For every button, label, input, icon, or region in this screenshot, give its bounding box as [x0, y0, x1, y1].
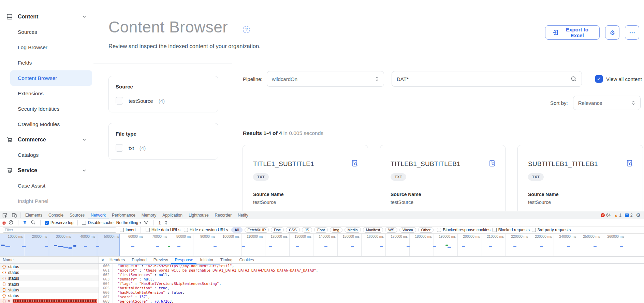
issues-badge[interactable]: 2	[625, 213, 633, 218]
detail-tab-payload[interactable]: Payload	[128, 257, 150, 264]
checkbox-unchecked-icon[interactable]	[146, 228, 150, 232]
devtools-tab-sources[interactable]: Sources	[67, 211, 88, 219]
console-errors-badge[interactable]: ✕64	[601, 213, 611, 218]
search-input[interactable]: DAT*	[392, 71, 582, 87]
checkbox-unchecked-icon[interactable]	[120, 228, 124, 232]
devtools-tab-netify[interactable]: Netify	[235, 211, 251, 219]
request-row[interactable]: {}status	[0, 287, 99, 293]
help-icon[interactable]: ?	[243, 26, 250, 33]
pipeline-select[interactable]: wildcardOn	[267, 71, 384, 87]
filter-pill-fetch-xhr[interactable]: Fetch/XHR	[245, 227, 269, 233]
close-icon[interactable]: ✕	[99, 258, 106, 263]
inspect-element-icon[interactable]	[2, 212, 8, 218]
devtools-settings-icon[interactable]: ⚙	[636, 212, 641, 218]
devtools-tab-network[interactable]: Network	[88, 211, 109, 219]
console-warnings-badge[interactable]: ▲1	[614, 213, 621, 218]
detail-tab-initiator[interactable]: Initiator	[196, 257, 217, 264]
clear-network-log-icon[interactable]	[9, 220, 14, 225]
request-row[interactable]: {}status	[0, 293, 99, 299]
filter-checkbox-blocked-requests[interactable]: Blocked requests	[493, 228, 530, 232]
filter-pill-all[interactable]: All	[231, 227, 242, 233]
checkbox-checked-icon[interactable]: ✓	[45, 221, 49, 225]
request-row[interactable]: {}status	[0, 281, 99, 287]
detail-tab-timing[interactable]: Timing	[217, 257, 236, 264]
filter-pill-img[interactable]: Img	[330, 227, 342, 233]
request-row[interactable]: {}status	[0, 264, 99, 270]
sidebar-item-case-assist[interactable]: Case Assist	[10, 178, 93, 193]
result-card[interactable]: SUBTITLEB1_TITLEB1TXTSource NametestSour…	[517, 145, 643, 211]
filter-icon[interactable]	[23, 220, 28, 225]
checkbox-unchecked-icon[interactable]	[437, 228, 441, 232]
invert-checkbox[interactable]: Invert	[120, 228, 136, 232]
sidebar-item-fields[interactable]: Fields	[10, 55, 93, 70]
view-all-content-toggle[interactable]: ✓ View all content	[595, 75, 642, 83]
disable-cache-checkbox[interactable]: Disable cache	[82, 220, 113, 225]
devtools-tab-memory[interactable]: Memory	[138, 211, 159, 219]
sidebar-item-sources[interactable]: Sources	[10, 24, 93, 40]
sidebar-item-extensions[interactable]: Extensions	[10, 86, 93, 101]
checkbox-checked-icon[interactable]: ✓	[595, 75, 603, 83]
export-har-icon[interactable]: ↧	[164, 220, 168, 225]
checkbox-unchecked-icon[interactable]	[493, 228, 497, 232]
export-to-excel-button[interactable]: Export to Excel	[545, 25, 600, 40]
sidebar-item-log-browser[interactable]: Log Browser	[10, 40, 93, 55]
filter-pill-other[interactable]: Other	[418, 227, 434, 233]
throttling-select[interactable]: No throttling ▾	[116, 220, 141, 225]
filter-checkbox-3rd-party-requests[interactable]: 3rd-party requests	[532, 228, 571, 232]
checkbox-unchecked-icon[interactable]	[116, 144, 123, 152]
settings-button[interactable]: ⚙	[605, 25, 619, 40]
devtools-tab-application[interactable]: Application	[159, 211, 186, 219]
filter-pill-js[interactable]: JS	[302, 227, 312, 233]
result-card[interactable]: TITLE1_SUBTITLE1TXTSource NametestSource	[243, 145, 368, 211]
device-toolbar-icon[interactable]	[12, 212, 17, 218]
network-overview-timeline[interactable]: 10000 ms20000 ms30000 ms40000 ms50000 ms…	[0, 234, 644, 257]
record-network-log-icon[interactable]	[2, 221, 6, 225]
checkbox-unchecked-icon[interactable]	[184, 228, 188, 232]
sidebar-group-commerce[interactable]: Commerce	[0, 132, 93, 147]
quick-view-icon[interactable]	[351, 160, 359, 167]
sidebar-group-service[interactable]: Service	[0, 163, 93, 178]
response-code-viewer[interactable]: 660"uniqueId" : "42.62692$https://my.doc…	[99, 264, 644, 303]
filter-pill-doc[interactable]: Doc	[271, 227, 284, 233]
facet-option-testSource[interactable]: testSource(4)	[116, 97, 211, 105]
devtools-tab-lighthouse[interactable]: Lighthouse	[186, 211, 212, 219]
filter-pill-css[interactable]: CSS	[286, 227, 300, 233]
detail-tab-response[interactable]: Response	[171, 257, 196, 264]
sidebar-group-content[interactable]: Content	[0, 9, 93, 24]
sidebar-item-insight-panel[interactable]: Insight Panel	[10, 193, 93, 209]
sidebar-item-security-identities[interactable]: Security Identities	[10, 101, 93, 116]
facet-option-txt[interactable]: txt(4)	[116, 144, 211, 152]
network-conditions-icon[interactable]	[144, 220, 149, 225]
devtools-tab-console[interactable]: Console	[45, 211, 67, 219]
devtools-tab-performance[interactable]: Performance	[109, 211, 138, 219]
sidebar-item-content-browser[interactable]: Content Browser	[10, 70, 92, 86]
requests-name-header[interactable]: Name	[0, 257, 99, 264]
quick-view-icon[interactable]	[626, 160, 634, 167]
checkbox-unchecked-icon[interactable]	[82, 221, 86, 225]
search-icon[interactable]	[31, 220, 36, 225]
filter-pill-manifest[interactable]: Manifest	[363, 227, 383, 233]
devtools-tab-recorder[interactable]: Recorder	[212, 211, 235, 219]
hide-data-urls-checkbox[interactable]: Hide data URLs	[146, 228, 180, 232]
detail-tab-headers[interactable]: Headers	[106, 257, 128, 264]
filter-pill-ws[interactable]: WS	[385, 227, 397, 233]
sort-select[interactable]: Relevance	[573, 96, 641, 110]
preserve-log-checkbox[interactable]: ✓ Preserve log	[45, 220, 73, 225]
sidebar-item-catalogs[interactable]: Catalogs	[10, 147, 93, 163]
checkbox-unchecked-icon[interactable]	[116, 97, 123, 105]
sidebar-item-crawling-modules[interactable]: Crawling Modules	[10, 116, 93, 132]
timeline-selection-handle[interactable]	[119, 234, 120, 257]
devtools-tab-elements[interactable]: Elements	[22, 211, 45, 219]
filter-pill-media[interactable]: Media	[345, 227, 361, 233]
filter-input[interactable]: Filter	[3, 228, 116, 233]
filter-pill-font[interactable]: Font	[314, 227, 328, 233]
detail-tab-preview[interactable]: Preview	[150, 257, 172, 264]
filter-pill-wasm[interactable]: Wasm	[399, 227, 416, 233]
request-row[interactable]: {}status	[0, 270, 99, 275]
quick-view-icon[interactable]	[489, 160, 496, 167]
request-row[interactable]: {}status	[0, 275, 99, 281]
import-har-icon[interactable]: ↥	[158, 220, 161, 225]
filter-checkbox-blocked-response-cookies[interactable]: Blocked response cookies	[437, 228, 490, 232]
more-options-button[interactable]: ⋯	[625, 25, 639, 40]
checkbox-unchecked-icon[interactable]	[532, 228, 536, 232]
